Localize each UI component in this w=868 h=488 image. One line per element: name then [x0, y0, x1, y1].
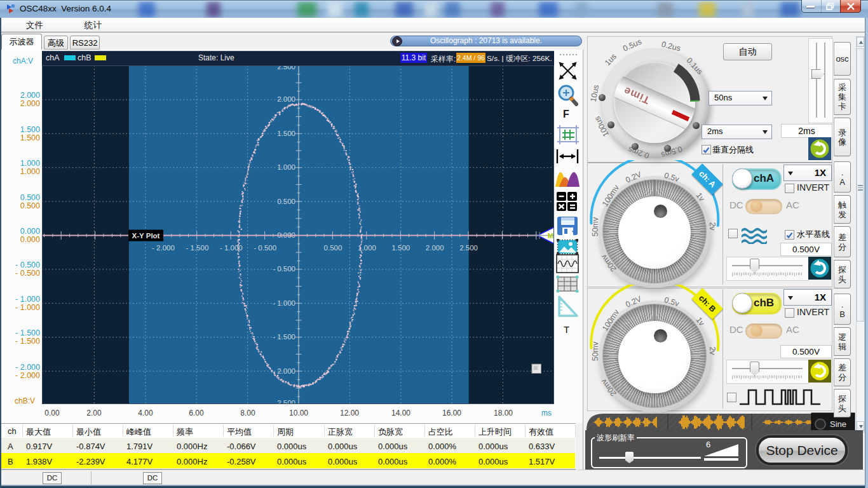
svg-text:X-Y Plot: X-Y Plot — [132, 232, 160, 240]
svg-text:F: F — [563, 109, 569, 119]
svg-text:- 2.000: - 2.000 — [273, 367, 295, 375]
svg-text:- 0.500: - 0.500 — [273, 265, 295, 273]
svg-text:1.500: 1.500 — [391, 244, 410, 252]
svg-text:- 1.500: - 1.500 — [186, 244, 208, 252]
svg-text:Sine: Sine — [830, 419, 846, 429]
svg-text:1.000: 1.000 — [277, 163, 295, 171]
svg-text:0.500: 0.500 — [324, 244, 342, 252]
svg-text:M: M — [548, 232, 553, 240]
svg-text:T: T — [564, 324, 569, 335]
svg-text:- 2.000: - 2.000 — [152, 244, 175, 252]
svg-text:1.500: 1.500 — [277, 130, 295, 137]
svg-text:- 1.000: - 1.000 — [273, 299, 295, 307]
svg-text:2.500: 2.500 — [459, 244, 478, 252]
svg-text:- 0.500: - 0.500 — [254, 244, 276, 252]
svg-text:2.000: 2.000 — [426, 244, 444, 252]
svg-text:2.500: 2.500 — [277, 65, 295, 71]
svg-text:0.500: 0.500 — [277, 198, 295, 205]
svg-text:- 2.500: - 2.500 — [273, 399, 295, 404]
svg-text:2.000: 2.000 — [277, 95, 295, 103]
svg-text:- 1.500: - 1.500 — [273, 333, 295, 341]
